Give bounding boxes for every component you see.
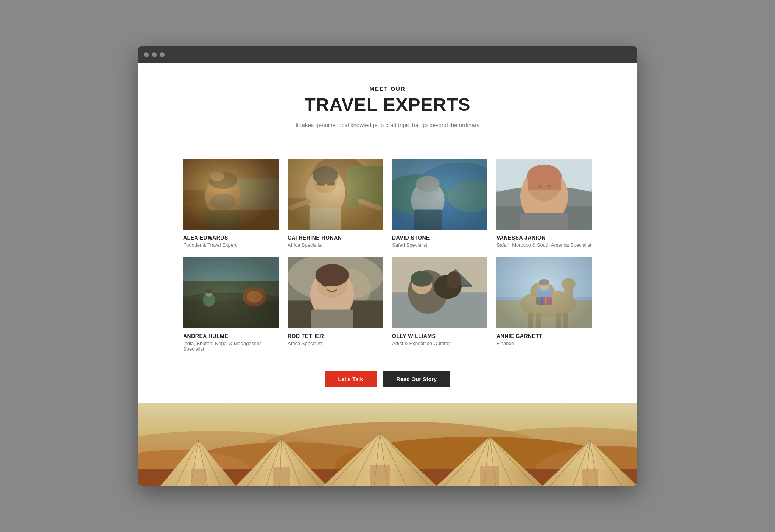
svg-point-42 bbox=[547, 185, 551, 188]
expert-name-david: DAVID STONE bbox=[392, 235, 487, 241]
svg-point-60 bbox=[319, 267, 331, 287]
svg-rect-87 bbox=[536, 297, 552, 305]
svg-rect-62 bbox=[311, 310, 353, 328]
svg-rect-120 bbox=[370, 465, 390, 486]
expert-role-catherine: Africa Specialist bbox=[288, 242, 383, 248]
browser-dot-3 bbox=[160, 52, 165, 57]
expert-photo-rod bbox=[288, 257, 383, 328]
browser-chrome bbox=[138, 46, 637, 63]
expert-name-catherine: CATHERINE RONAN bbox=[288, 235, 383, 241]
svg-point-8 bbox=[210, 172, 224, 181]
svg-rect-89 bbox=[541, 297, 543, 305]
expert-role-olly: Artist & Expedition Outfitter bbox=[392, 341, 487, 346]
expert-name-annie: ANNIE GARNETT bbox=[496, 333, 592, 339]
svg-rect-88 bbox=[537, 297, 539, 305]
svg-point-76 bbox=[520, 290, 576, 318]
svg-point-28 bbox=[417, 180, 439, 201]
svg-point-52 bbox=[205, 289, 213, 294]
svg-point-61 bbox=[332, 267, 347, 285]
svg-point-41 bbox=[537, 185, 542, 188]
svg-rect-10 bbox=[288, 159, 383, 230]
svg-rect-9 bbox=[205, 210, 241, 230]
svg-rect-73 bbox=[496, 257, 592, 328]
svg-rect-83 bbox=[563, 313, 568, 328]
svg-point-78 bbox=[561, 278, 576, 289]
svg-rect-135 bbox=[582, 469, 598, 486]
svg-point-48 bbox=[247, 291, 263, 303]
svg-point-7 bbox=[209, 172, 237, 189]
svg-rect-43 bbox=[520, 213, 568, 230]
svg-rect-19 bbox=[310, 208, 341, 230]
svg-point-31 bbox=[414, 215, 430, 225]
svg-point-47 bbox=[243, 287, 267, 307]
svg-point-51 bbox=[206, 290, 212, 297]
svg-rect-105 bbox=[191, 469, 206, 486]
svg-point-18 bbox=[313, 166, 338, 184]
svg-point-70 bbox=[447, 271, 461, 289]
expert-role-andrea: India, Bhutan, Nepal & Madagascar Specia… bbox=[183, 341, 279, 352]
expert-photo-alex bbox=[183, 159, 279, 230]
svg-rect-40 bbox=[528, 174, 561, 190]
main-title: TRAVEL EXPERTS bbox=[145, 94, 630, 115]
expert-card-catherine: CATHERINE RONAN Africa Specialist bbox=[288, 159, 383, 248]
svg-point-14 bbox=[305, 168, 345, 216]
experts-grid: ALEX EDWARDS Founder & Travel Expert bbox=[160, 159, 615, 359]
browser-window: MEET OUR TRAVEL EXPERTS It takes genuine… bbox=[138, 46, 637, 486]
svg-point-50 bbox=[203, 293, 215, 307]
expert-photo-olly bbox=[392, 257, 487, 328]
svg-rect-75 bbox=[496, 301, 592, 329]
svg-rect-90 bbox=[545, 297, 546, 305]
expert-role-vanessa: Safari, Morocco & South America Speciali… bbox=[496, 242, 592, 248]
cta-section: Let's Talk Read Our Story bbox=[138, 359, 637, 403]
svg-rect-22 bbox=[392, 159, 487, 230]
read-our-story-button[interactable]: Read Our Story bbox=[383, 371, 451, 387]
top-section: MEET OUR TRAVEL EXPERTS It takes genuine… bbox=[138, 63, 637, 159]
svg-point-32 bbox=[428, 217, 442, 225]
expert-card-alex: ALEX EDWARDS Founder & Travel Expert bbox=[183, 159, 279, 248]
expert-name-alex: ALEX EDWARDS bbox=[183, 235, 279, 241]
page-content: MEET OUR TRAVEL EXPERTS It takes genuine… bbox=[138, 63, 637, 486]
expert-card-rod: ROD TETHER Africa Specialist bbox=[288, 257, 383, 352]
browser-dot-1 bbox=[144, 52, 149, 57]
expert-name-rod: ROD TETHER bbox=[288, 333, 383, 339]
expert-photo-catherine bbox=[288, 159, 383, 230]
svg-point-86 bbox=[539, 279, 549, 286]
expert-photo-vanessa bbox=[496, 159, 592, 230]
svg-point-26 bbox=[448, 180, 487, 212]
expert-card-olly: OLLY WILLIAMS Artist & Expedition Outfit… bbox=[392, 257, 487, 352]
svg-rect-3 bbox=[223, 179, 279, 210]
svg-point-15 bbox=[313, 171, 337, 194]
svg-point-4 bbox=[205, 176, 241, 217]
svg-point-72 bbox=[411, 271, 433, 287]
expert-name-olly: OLLY WILLIAMS bbox=[392, 333, 487, 339]
expert-photo-david bbox=[392, 159, 487, 230]
expert-card-annie: ANNIE GARNETT Finance bbox=[496, 257, 592, 352]
svg-rect-128 bbox=[480, 466, 499, 486]
svg-rect-112 bbox=[273, 467, 290, 486]
meet-label: MEET OUR bbox=[145, 86, 630, 92]
svg-rect-17 bbox=[327, 182, 335, 186]
expert-card-vanessa: VANESSA JANION Safari, Morocco & South A… bbox=[496, 159, 592, 248]
svg-rect-12 bbox=[288, 198, 383, 230]
browser-dot-2 bbox=[152, 52, 157, 57]
svg-rect-80 bbox=[528, 313, 533, 328]
expert-photo-annie bbox=[496, 257, 592, 328]
svg-point-2 bbox=[183, 198, 279, 230]
svg-rect-74 bbox=[496, 257, 592, 297]
expert-card-andrea: ANDREA HULME India, Bhutan, Nepal & Mada… bbox=[183, 257, 279, 352]
svg-rect-13 bbox=[347, 166, 383, 206]
expert-role-david: Safari Specialist bbox=[392, 242, 487, 248]
expert-card-david: DAVID STONE Safari Specialist bbox=[392, 159, 487, 248]
svg-rect-46 bbox=[183, 301, 279, 329]
desert-section bbox=[138, 403, 637, 486]
svg-rect-20 bbox=[288, 198, 311, 211]
svg-rect-44 bbox=[183, 257, 279, 328]
svg-rect-1 bbox=[183, 190, 279, 230]
expert-role-alex: Founder & Travel Expert bbox=[183, 242, 279, 248]
lets-talk-button[interactable]: Let's Talk bbox=[325, 371, 377, 387]
svg-point-79 bbox=[530, 282, 554, 299]
expert-name-vanessa: VANESSA JANION bbox=[496, 235, 592, 241]
svg-point-84 bbox=[537, 285, 551, 301]
subtitle: It takes genuine local knowledge to craf… bbox=[145, 122, 630, 128]
svg-rect-24 bbox=[392, 194, 487, 230]
